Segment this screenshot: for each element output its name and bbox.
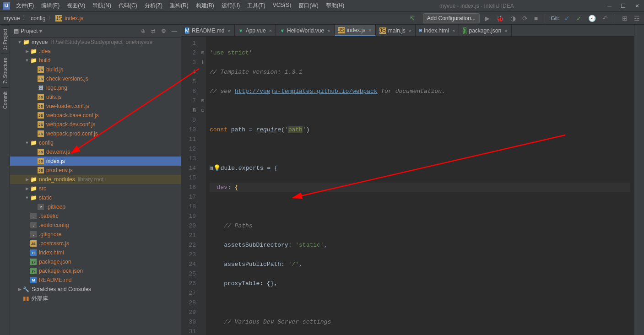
tree-file[interactable]: ?.gitkeep	[10, 202, 181, 211]
menu-run[interactable]: 运行(U)	[218, 0, 244, 11]
tree-file[interactable]: JSprod.env.js	[10, 166, 181, 175]
expand-icon[interactable]: ⇄	[151, 28, 156, 34]
crumb-config[interactable]: config	[30, 15, 46, 22]
tree-file[interactable]: {}package.json	[10, 257, 181, 266]
profile-icon[interactable]: ⟳	[521, 15, 529, 22]
tree-build[interactable]: build	[10, 56, 181, 65]
close-icon[interactable]: ×	[504, 28, 507, 33]
menu-analyze[interactable]: 分析(Z)	[141, 0, 166, 11]
window-title: myvue - index.js - IntelliJ IDEA	[347, 3, 606, 9]
gear-icon[interactable]: ⚙	[161, 28, 166, 34]
menu-window[interactable]: 窗口(W)	[295, 0, 321, 11]
tree-file[interactable]: {}package-lock.json	[10, 266, 181, 276]
crumb-file[interactable]: index.js	[64, 15, 84, 22]
tree-scratches[interactable]: Scratches and Consoles	[10, 285, 181, 294]
maximize-icon[interactable]: ☐	[619, 3, 628, 9]
git-rollback-icon[interactable]: ↶	[601, 15, 609, 22]
tree-file[interactable]: ..editorconfig	[10, 221, 181, 230]
code-content[interactable]: 'use strict' // Template version: 1.3.1 …	[206, 37, 634, 335]
dropdown-icon[interactable]: ▾	[39, 28, 42, 34]
menu-vcs[interactable]: VCS(S)	[270, 0, 295, 11]
menu-build[interactable]: 构建(B)	[193, 0, 217, 11]
tree-static[interactable]: static	[10, 193, 181, 202]
tree-file[interactable]: JSvue-loader.conf.js	[10, 102, 181, 111]
tree-file[interactable]: ..babelrc	[10, 211, 181, 221]
tree-file[interactable]: JSdev.env.js	[10, 147, 181, 157]
tab-indexhtml[interactable]: Hindex.html×	[416, 25, 459, 36]
tool-tab-project[interactable]: 1: Project	[1, 25, 9, 54]
close-icon[interactable]: ×	[452, 28, 455, 33]
tab-index-active[interactable]: JSindex.js×	[335, 25, 376, 36]
locate-icon[interactable]: ⊕	[141, 28, 146, 34]
tree-file[interactable]: JSutils.js	[10, 92, 181, 102]
fold-gutter[interactable]: ⊟⌊ ⊟⊟	[200, 37, 206, 335]
git-label: Git:	[551, 15, 559, 22]
tab-main[interactable]: JSmain.js×	[376, 25, 416, 36]
git-history-icon[interactable]: 🕘	[587, 15, 597, 22]
breadcrumb-sep: 〉	[22, 14, 28, 22]
tree-file[interactable]: JSwebpack.dev.conf.js	[10, 120, 181, 129]
tree-file[interactable]: ..gitignore	[10, 230, 181, 239]
bulb-icon[interactable]: 💡	[213, 165, 221, 172]
tree-file[interactable]: Hindex.html	[10, 248, 181, 257]
tree-file[interactable]: logo.png	[10, 83, 181, 92]
menu-tools[interactable]: 工具(T)	[244, 0, 268, 11]
tree-file[interactable]: JSbuild.js	[10, 65, 181, 74]
tree-file-selected[interactable]: JSindex.js	[10, 157, 181, 166]
search-everywhere-icon[interactable]: ⊞	[621, 15, 629, 22]
tab-package[interactable]: {}package.json×	[459, 25, 511, 36]
ide-logo: IJ	[3, 2, 10, 10]
crumb-myvue[interactable]: myvue	[3, 15, 21, 22]
git-update-icon[interactable]: ✓	[563, 15, 571, 22]
menu-code[interactable]: 代码(C)	[115, 0, 141, 11]
tab-app[interactable]: App.vue×	[235, 25, 276, 36]
right-gutter	[634, 25, 644, 335]
tool-tab-commit[interactable]: Commit	[1, 87, 9, 113]
close-icon[interactable]: ×	[227, 28, 230, 33]
run-icon[interactable]: ▶	[483, 15, 491, 22]
menu-nav[interactable]: 导航(N)	[89, 0, 114, 11]
tree-config[interactable]: config	[10, 138, 181, 147]
debug-icon[interactable]: 🐞	[495, 15, 505, 22]
tree-file[interactable]: JSwebpack.prod.conf.js	[10, 129, 181, 138]
tree-idea[interactable]: .idea	[10, 47, 181, 56]
tab-hello[interactable]: HelloWorld.vue×	[276, 25, 334, 36]
menu-edit[interactable]: 编辑(E)	[38, 0, 63, 11]
coverage-icon[interactable]: ◑	[509, 15, 517, 22]
close-icon[interactable]: ✕	[633, 3, 641, 9]
tree-file[interactable]: JSwebpack.base.conf.js	[10, 111, 181, 120]
code-editor[interactable]: 1234 5678 9101112 13141516 17181920 2122…	[181, 37, 634, 335]
tree-src[interactable]: src	[10, 184, 181, 193]
menu-refactor[interactable]: 重构(R)	[167, 0, 192, 11]
close-icon[interactable]: ×	[368, 27, 371, 33]
tree-file[interactable]: JScheck-versions.js	[10, 74, 181, 83]
close-icon[interactable]: ×	[327, 28, 330, 33]
hide-icon[interactable]: —	[172, 28, 177, 34]
project-tree[interactable]: myvueH:\selfStudy\vueStudy\project_one\m…	[10, 38, 181, 335]
tree-node-modules[interactable]: node_moduleslibrary root	[10, 175, 181, 184]
project-sidebar: ▤ Project ▾ ⊕ ⇄ ⚙ — myvueH:\selfStudy\vu…	[10, 25, 181, 335]
project-header: ▤ Project ▾ ⊕ ⇄ ⚙ —	[10, 25, 181, 38]
menu-help[interactable]: 帮助(H)	[323, 0, 348, 11]
project-title: Project	[21, 28, 38, 34]
tree-root[interactable]: myvueH:\selfStudy\vueStudy\project_one\m…	[10, 38, 181, 47]
toolbar: myvue 〉 config 〉 JS index.js ↸ Add Confi…	[0, 12, 644, 25]
editor-area: MREADME.md× App.vue× HelloWorld.vue× JSi…	[181, 25, 634, 335]
left-tool-gutter: 1: Project 7: Structure Commit	[0, 25, 10, 335]
stop-icon[interactable]: ■	[533, 15, 539, 22]
tab-readme[interactable]: MREADME.md×	[181, 25, 235, 36]
build-hammer-icon[interactable]: ↸	[408, 15, 417, 22]
close-icon[interactable]: ×	[269, 28, 272, 33]
close-icon[interactable]: ×	[409, 28, 411, 33]
tree-external[interactable]: ▮▮外部库	[10, 294, 181, 303]
breadcrumb: myvue 〉 config 〉 JS index.js	[3, 14, 84, 22]
git-commit-icon[interactable]: ✓	[575, 15, 583, 22]
tool-tab-structure[interactable]: 7: Structure	[1, 54, 9, 87]
add-configuration-button[interactable]: Add Configuration...	[423, 13, 480, 23]
settings-icon[interactable]: ☲	[633, 15, 641, 22]
tree-file[interactable]: JS.postcssrc.js	[10, 239, 181, 248]
tree-file[interactable]: MREADME.md	[10, 276, 181, 285]
menu-file[interactable]: 文件(F)	[13, 0, 37, 11]
menu-view[interactable]: 视图(V)	[64, 0, 88, 11]
minimize-icon[interactable]: ─	[606, 3, 613, 9]
